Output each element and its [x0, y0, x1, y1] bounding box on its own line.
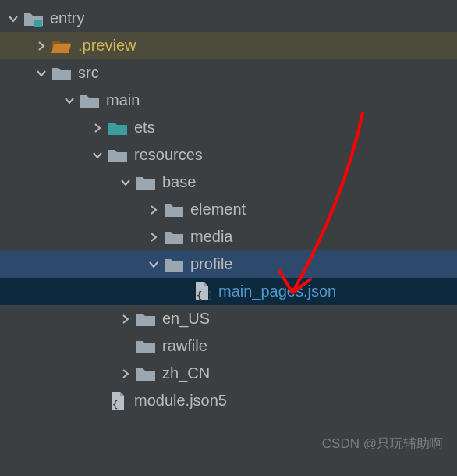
chevron-down-icon[interactable]: [64, 87, 75, 114]
tree-item-label: main_pages.json: [218, 278, 336, 305]
tree-folder-element[interactable]: element: [0, 196, 457, 223]
tree-item-label: ets: [134, 114, 155, 141]
tree-item-label: module.json5: [134, 387, 227, 414]
tree-folder-ets[interactable]: ets: [0, 114, 457, 141]
chevron-down-icon[interactable]: [148, 250, 159, 278]
tree-folder-base[interactable]: base: [0, 169, 457, 196]
tree-folder-zh-cn[interactable]: zh_CN: [0, 360, 457, 387]
watermark-text: CSDN @只玩辅助啊: [322, 435, 443, 453]
tree-folder-src[interactable]: src: [0, 59, 457, 87]
tree-folder-rawfile[interactable]: rawfile: [0, 332, 457, 360]
chevron-down-icon[interactable]: [8, 5, 19, 32]
tree-item-label: .preview: [78, 32, 136, 59]
chevron-right-icon[interactable]: [120, 360, 131, 387]
tree-item-label: profile: [190, 250, 232, 278]
arrow-placeholder: [92, 387, 103, 414]
tree-folder-media[interactable]: media: [0, 223, 457, 250]
chevron-down-icon[interactable]: [92, 141, 103, 169]
chevron-down-icon[interactable]: [36, 59, 47, 87]
folder-icon: [108, 145, 128, 165]
svg-rect-0: [34, 20, 42, 27]
folder-icon: [164, 200, 184, 220]
chevron-down-icon[interactable]: [120, 169, 131, 196]
svg-text:{ }: { }: [197, 290, 211, 301]
tree-item-label: src: [78, 59, 99, 87]
folder-icon: [136, 172, 156, 193]
chevron-right-icon[interactable]: [148, 196, 159, 223]
tree-item-label: rawfile: [162, 332, 207, 360]
chevron-right-icon[interactable]: [148, 223, 159, 250]
arrow-placeholder: [120, 332, 131, 360]
tree-item-label: en_US: [162, 305, 210, 332]
arrow-placeholder: [176, 278, 187, 305]
json-file-icon: { }: [108, 391, 128, 411]
tree-folder-resources[interactable]: resources: [0, 141, 457, 169]
tree-item-label: resources: [134, 141, 203, 169]
tree-file-module-json5[interactable]: { }module.json5: [0, 387, 457, 414]
chevron-right-icon[interactable]: [120, 305, 131, 332]
tree-item-label: element: [190, 196, 246, 223]
folder-icon: [136, 336, 156, 357]
tree-folder-preview[interactable]: .preview: [0, 32, 457, 59]
chevron-right-icon[interactable]: [92, 114, 103, 141]
folder-icon: [51, 63, 72, 83]
folder-open-icon: [51, 36, 72, 56]
tree-item-label: media: [190, 223, 232, 250]
chevron-right-icon[interactable]: [36, 32, 47, 59]
json-file-icon: { }: [192, 282, 212, 302]
folder-icon: [164, 254, 184, 275]
source-folder-icon: [108, 118, 128, 138]
tree-file-main-pages-json[interactable]: { }main_pages.json: [0, 278, 457, 305]
folder-icon: [136, 364, 156, 384]
tree-folder-profile[interactable]: profile: [0, 250, 457, 278]
tree-item-label: entry: [50, 5, 84, 32]
tree-item-label: base: [162, 169, 196, 196]
file-tree[interactable]: entry.previewsrcmainetsresourcesbaseelem…: [0, 0, 457, 414]
tree-item-label: zh_CN: [162, 360, 210, 387]
folder-icon: [80, 91, 100, 111]
svg-text:{ }: { }: [112, 400, 126, 410]
folder-icon: [164, 227, 184, 247]
tree-folder-en-us[interactable]: en_US: [0, 305, 457, 332]
tree-folder-main[interactable]: main: [0, 87, 457, 114]
folder-icon: [136, 309, 156, 329]
tree-folder-entry[interactable]: entry: [0, 5, 457, 32]
module-folder-icon: [23, 9, 44, 29]
tree-item-label: main: [106, 87, 140, 114]
